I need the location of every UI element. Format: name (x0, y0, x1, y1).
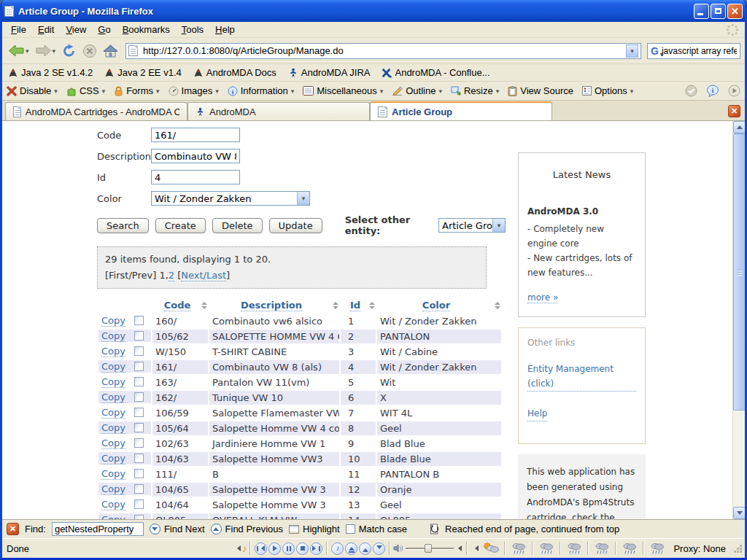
copy-link[interactable]: Copy (101, 361, 125, 373)
devbar-view-source[interactable]: View Source (508, 85, 573, 96)
weather-current-icon[interactable] (480, 542, 501, 555)
description-field[interactable] (151, 149, 240, 163)
next-last-link[interactable]: Next/Last (181, 270, 226, 281)
menu-item[interactable]: Bookmarks (117, 23, 176, 36)
menu-item[interactable]: Help (209, 23, 241, 36)
column-header[interactable]: Description (209, 298, 339, 313)
media-stop-button[interactable] (296, 542, 309, 555)
copy-link[interactable]: Copy (101, 315, 125, 327)
maximize-button[interactable] (711, 4, 726, 19)
copy-link[interactable]: Copy (101, 346, 125, 357)
info-bubble-icon[interactable]: i (706, 85, 719, 97)
volume-slider-thumb[interactable] (425, 544, 432, 553)
weather-forecast-icon[interactable] (592, 542, 612, 555)
row-checkbox[interactable] (134, 316, 144, 325)
chevron-up-button[interactable] (359, 542, 371, 555)
weather-forecast-icon[interactable] (619, 542, 640, 555)
devbar-css[interactable]: CSS (66, 85, 105, 96)
url-input[interactable] (142, 44, 622, 57)
row-checkbox[interactable] (134, 499, 144, 509)
find-previous-button[interactable]: Find Previous (211, 524, 283, 534)
weather-forecast-icon[interactable] (508, 542, 529, 555)
media-pause-button[interactable] (282, 542, 295, 555)
row-checkbox[interactable] (134, 377, 144, 386)
highlight-button[interactable]: Highlight (289, 524, 340, 534)
sort-icon[interactable] (369, 302, 375, 309)
bookmark-java2ee[interactable]: Java 2 EE v1.4 (104, 67, 181, 78)
row-checkbox[interactable] (134, 408, 144, 417)
copy-link[interactable]: Copy (101, 392, 125, 403)
copy-link[interactable]: Copy (101, 422, 125, 434)
devbar-options[interactable]: Options (582, 85, 633, 96)
entity-select[interactable]: Article Group (438, 218, 506, 233)
minimize-button[interactable] (694, 4, 709, 19)
row-checkbox[interactable] (134, 469, 144, 478)
search-input[interactable]: javascript array refe (662, 46, 737, 56)
eject-button[interactable] (345, 542, 357, 555)
media-play-button[interactable] (268, 542, 281, 555)
check-circle-icon[interactable] (685, 85, 697, 97)
find-input[interactable] (52, 522, 144, 536)
chevron-down-icon[interactable] (297, 192, 309, 205)
row-checkbox[interactable] (134, 454, 144, 463)
chevron-down-button[interactable] (373, 542, 385, 555)
google-logo-icon[interactable]: G (651, 46, 659, 56)
volume-slider[interactable] (406, 548, 454, 549)
copy-link[interactable]: Copy (101, 407, 125, 419)
sort-icon[interactable] (201, 302, 207, 309)
devbar-outline[interactable]: Outline (392, 85, 442, 96)
row-checkbox[interactable] (134, 423, 144, 432)
menu-item[interactable]: Tools (176, 23, 209, 36)
more-link[interactable]: more » (527, 292, 558, 303)
menu-item[interactable]: View (60, 23, 92, 36)
collapse-arrow-icon[interactable] (234, 545, 241, 551)
copy-link[interactable]: Copy (101, 483, 125, 495)
address-bar[interactable] (125, 43, 641, 59)
devbar-miscellaneous[interactable]: Miscellaneous (303, 85, 383, 96)
copy-link[interactable]: Copy (101, 453, 125, 464)
stop-button[interactable] (81, 42, 98, 60)
menu-item[interactable]: Edit (32, 23, 60, 36)
reload-button[interactable] (60, 42, 78, 59)
bookmark-andromda-confluence[interactable]: AndroMDA - Conflue... (382, 67, 489, 78)
tab-andromda[interactable]: AndroMDA (187, 102, 370, 120)
media-next-button[interactable] (310, 542, 322, 555)
id-field[interactable] (151, 170, 240, 184)
media-previous-button[interactable] (255, 542, 267, 555)
copy-link[interactable]: Copy (101, 376, 125, 388)
column-header[interactable]: Color (377, 298, 501, 313)
row-checkbox[interactable] (134, 484, 144, 494)
scroll-up-button[interactable] (733, 121, 745, 133)
weather-forecast-icon[interactable] (536, 542, 557, 555)
devbar-disable[interactable]: Disable (7, 85, 58, 96)
sort-icon[interactable] (333, 302, 338, 309)
bookmark-java2se[interactable]: Java 2 SE v1.4.2 (8, 67, 93, 78)
music-note-icon[interactable]: ♪ (242, 544, 247, 553)
form-button[interactable]: Create (155, 218, 206, 233)
row-checkbox[interactable] (134, 438, 144, 448)
tab-article-group[interactable]: Article Group (370, 101, 552, 120)
close-button[interactable]: ✕ (727, 4, 743, 19)
devbar-images[interactable]: Images (169, 85, 219, 96)
close-tab-button[interactable]: ✕ (728, 105, 740, 117)
back-button[interactable] (7, 43, 31, 58)
help-link[interactable]: Help (527, 406, 547, 421)
row-checkbox[interactable] (134, 346, 144, 356)
close-findbar-button[interactable]: ✕ (7, 523, 19, 535)
collapse-arrow-icon[interactable] (455, 545, 462, 551)
code-field[interactable] (151, 128, 240, 142)
match-case-checkbox[interactable]: Match case (346, 524, 407, 534)
forward-button[interactable] (34, 43, 58, 58)
home-button[interactable] (101, 43, 120, 59)
row-checkbox[interactable] (134, 392, 144, 402)
copy-link[interactable]: Copy (101, 438, 125, 449)
chevron-down-icon[interactable] (492, 219, 505, 232)
playlist-note-button[interactable]: ♪ (331, 542, 344, 555)
page-2-link[interactable]: 2 (169, 270, 174, 281)
weather-forecast-icon[interactable] (564, 542, 584, 555)
search-box[interactable]: G javascript array refe (647, 43, 740, 59)
bookmark-andromda-docs[interactable]: AndroMDA Docs (193, 67, 276, 78)
tab-andromda-cartridges[interactable]: AndroMDA Cartridges - AndroMDA Cartridge… (5, 102, 187, 120)
form-button[interactable]: Delete (212, 218, 263, 233)
form-button[interactable]: Update (269, 218, 322, 233)
